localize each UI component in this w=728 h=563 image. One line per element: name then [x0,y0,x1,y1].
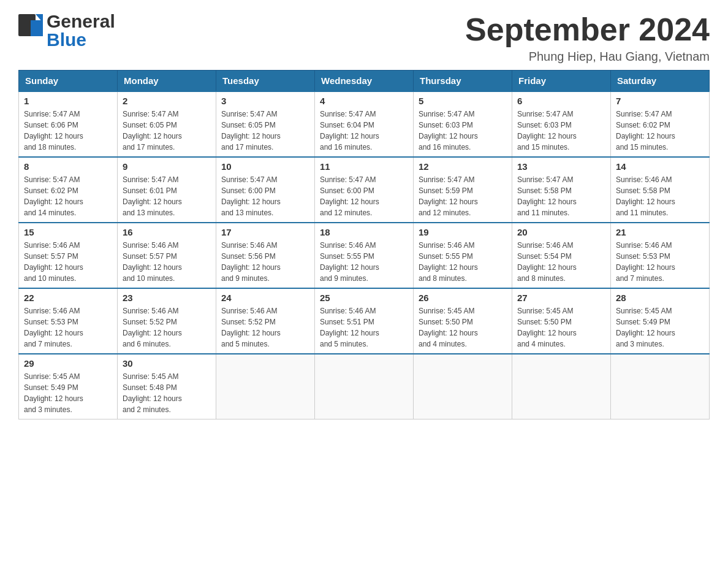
day-number-16: 16 [123,227,211,237]
day-23: 23Sunrise: 5:46 AMSunset: 5:52 PMDayligh… [118,288,216,354]
day-14: 14Sunrise: 5:46 AMSunset: 5:58 PMDayligh… [611,157,710,223]
day-4: 4Sunrise: 5:47 AMSunset: 6:04 PMDaylight… [315,91,414,157]
empty-cell-w4-c2 [216,354,315,419]
calendar-header-row: SundayMondayTuesdayWednesdayThursdayFrid… [19,71,710,92]
header-friday: Friday [512,71,611,92]
header-saturday: Saturday [611,71,710,92]
day-number-10: 10 [221,161,309,172]
calendar-table: SundayMondayTuesdayWednesdayThursdayFrid… [18,70,710,419]
day-info-15: Sunrise: 5:46 AMSunset: 5:57 PMDaylight:… [24,240,112,284]
logo-general: General [47,12,115,31]
svg-marker-1 [31,20,43,36]
day-info-23: Sunrise: 5:46 AMSunset: 5:52 PMDaylight:… [123,305,211,350]
day-18: 18Sunrise: 5:46 AMSunset: 5:55 PMDayligh… [315,223,414,288]
day-info-25: Sunrise: 5:46 AMSunset: 5:51 PMDaylight:… [320,305,408,350]
day-29: 29Sunrise: 5:45 AMSunset: 5:49 PMDayligh… [19,354,118,419]
day-number-29: 29 [24,358,112,369]
day-27: 27Sunrise: 5:45 AMSunset: 5:50 PMDayligh… [512,288,611,354]
day-number-27: 27 [517,293,605,303]
day-13: 13Sunrise: 5:47 AMSunset: 5:58 PMDayligh… [512,157,611,223]
day-number-7: 7 [616,96,704,106]
day-26: 26Sunrise: 5:45 AMSunset: 5:50 PMDayligh… [414,288,512,354]
week-row-4: 22Sunrise: 5:46 AMSunset: 5:53 PMDayligh… [19,288,710,354]
day-number-20: 20 [517,227,605,237]
day-info-12: Sunrise: 5:47 AMSunset: 5:59 PMDaylight:… [419,174,507,218]
day-9: 9Sunrise: 5:47 AMSunset: 6:01 PMDaylight… [118,157,216,223]
day-number-9: 9 [123,161,211,172]
day-8: 8Sunrise: 5:47 AMSunset: 6:02 PMDaylight… [19,157,118,223]
day-info-17: Sunrise: 5:46 AMSunset: 5:56 PMDaylight:… [221,240,309,284]
day-number-26: 26 [419,293,507,303]
day-number-3: 3 [221,96,309,106]
day-info-10: Sunrise: 5:47 AMSunset: 6:00 PMDaylight:… [221,174,309,218]
day-info-4: Sunrise: 5:47 AMSunset: 6:04 PMDaylight:… [320,109,408,153]
header-tuesday: Tuesday [216,71,315,92]
day-2: 2Sunrise: 5:47 AMSunset: 6:05 PMDaylight… [118,91,216,157]
day-1: 1Sunrise: 5:47 AMSunset: 6:06 PMDaylight… [19,91,118,157]
day-12: 12Sunrise: 5:47 AMSunset: 5:59 PMDayligh… [414,157,512,223]
day-28: 28Sunrise: 5:45 AMSunset: 5:49 PMDayligh… [611,288,710,354]
month-title: September 2024 [465,12,710,47]
day-number-24: 24 [221,293,309,303]
day-number-15: 15 [24,227,112,237]
empty-cell-w4-c3 [315,354,414,419]
empty-cell-w4-c4 [414,354,512,419]
day-number-18: 18 [320,227,408,237]
week-row-3: 15Sunrise: 5:46 AMSunset: 5:57 PMDayligh… [19,223,710,288]
day-19: 19Sunrise: 5:46 AMSunset: 5:55 PMDayligh… [414,223,512,288]
day-16: 16Sunrise: 5:46 AMSunset: 5:57 PMDayligh… [118,223,216,288]
header-thursday: Thursday [414,71,512,92]
day-info-1: Sunrise: 5:47 AMSunset: 6:06 PMDaylight:… [24,109,112,153]
day-11: 11Sunrise: 5:47 AMSunset: 6:00 PMDayligh… [315,157,414,223]
day-number-21: 21 [616,227,704,237]
day-number-22: 22 [24,293,112,303]
day-number-5: 5 [419,96,507,106]
day-25: 25Sunrise: 5:46 AMSunset: 5:51 PMDayligh… [315,288,414,354]
day-number-6: 6 [517,96,605,106]
day-info-9: Sunrise: 5:47 AMSunset: 6:01 PMDaylight:… [123,174,211,218]
logo-blue: Blue [47,31,86,49]
day-7: 7Sunrise: 5:47 AMSunset: 6:02 PMDaylight… [611,91,710,157]
empty-cell-w4-c6 [611,354,710,419]
day-info-20: Sunrise: 5:46 AMSunset: 5:54 PMDaylight:… [517,240,605,284]
location: Phung Hiep, Hau Giang, Vietnam [465,50,710,64]
header-sunday: Sunday [19,71,118,92]
day-30: 30Sunrise: 5:45 AMSunset: 5:48 PMDayligh… [118,354,216,419]
day-info-8: Sunrise: 5:47 AMSunset: 6:02 PMDaylight:… [24,174,112,218]
day-number-2: 2 [123,96,211,106]
day-number-23: 23 [123,293,211,303]
day-info-30: Sunrise: 5:45 AMSunset: 5:48 PMDaylight:… [123,371,211,415]
empty-cell-w4-c5 [512,354,611,419]
day-number-11: 11 [320,161,408,172]
day-number-17: 17 [221,227,309,237]
day-21: 21Sunrise: 5:46 AMSunset: 5:53 PMDayligh… [611,223,710,288]
logo-icon [18,14,43,47]
day-info-5: Sunrise: 5:47 AMSunset: 6:03 PMDaylight:… [419,109,507,153]
logo: General Blue [18,12,115,49]
week-row-5: 29Sunrise: 5:45 AMSunset: 5:49 PMDayligh… [19,354,710,419]
day-info-13: Sunrise: 5:47 AMSunset: 5:58 PMDaylight:… [517,174,605,218]
week-row-2: 8Sunrise: 5:47 AMSunset: 6:02 PMDaylight… [19,157,710,223]
day-info-11: Sunrise: 5:47 AMSunset: 6:00 PMDaylight:… [320,174,408,218]
header-monday: Monday [118,71,216,92]
day-info-29: Sunrise: 5:45 AMSunset: 5:49 PMDaylight:… [24,371,112,415]
day-17: 17Sunrise: 5:46 AMSunset: 5:56 PMDayligh… [216,223,315,288]
day-number-1: 1 [24,96,112,106]
day-number-30: 30 [123,358,211,369]
day-24: 24Sunrise: 5:46 AMSunset: 5:52 PMDayligh… [216,288,315,354]
day-info-14: Sunrise: 5:46 AMSunset: 5:58 PMDaylight:… [616,174,704,218]
day-number-4: 4 [320,96,408,106]
day-info-19: Sunrise: 5:46 AMSunset: 5:55 PMDaylight:… [419,240,507,284]
day-info-18: Sunrise: 5:46 AMSunset: 5:55 PMDaylight:… [320,240,408,284]
day-info-28: Sunrise: 5:45 AMSunset: 5:49 PMDaylight:… [616,305,704,350]
day-info-27: Sunrise: 5:45 AMSunset: 5:50 PMDaylight:… [517,305,605,350]
day-20: 20Sunrise: 5:46 AMSunset: 5:54 PMDayligh… [512,223,611,288]
day-info-3: Sunrise: 5:47 AMSunset: 6:05 PMDaylight:… [221,109,309,153]
day-3: 3Sunrise: 5:47 AMSunset: 6:05 PMDaylight… [216,91,315,157]
day-number-19: 19 [419,227,507,237]
day-info-7: Sunrise: 5:47 AMSunset: 6:02 PMDaylight:… [616,109,704,153]
week-row-1: 1Sunrise: 5:47 AMSunset: 6:06 PMDaylight… [19,91,710,157]
day-22: 22Sunrise: 5:46 AMSunset: 5:53 PMDayligh… [19,288,118,354]
day-info-24: Sunrise: 5:46 AMSunset: 5:52 PMDaylight:… [221,305,309,350]
header-wednesday: Wednesday [315,71,414,92]
